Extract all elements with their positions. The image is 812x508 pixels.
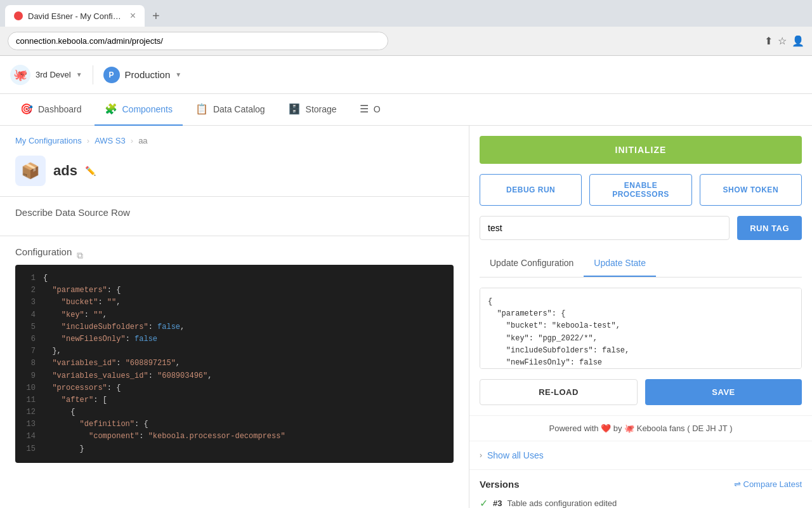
code-line-14: 14 "component": "keboola.processor-decom… — [23, 431, 446, 443]
configuration-title: Configuration — [15, 246, 72, 257]
chevron-right-icon: › — [480, 451, 482, 460]
powered-by-text: Powered with ❤️ by 🐙 Keboola fans — [549, 424, 685, 433]
tab-update-state[interactable]: Update State — [584, 250, 656, 277]
nav-divider — [93, 65, 93, 84]
org-selector[interactable]: 🐙 3rd Devel ▼ — [10, 65, 82, 85]
new-tab-button[interactable]: + — [147, 6, 165, 26]
show-token-button[interactable]: SHOW TOKEN — [700, 174, 802, 206]
tab-bar: David Ešner - My Configuratio... × + — [0, 0, 812, 27]
breadcrumb-my-configurations[interactable]: My Configurations — [15, 136, 82, 145]
version-number: #3 — [493, 498, 502, 508]
initialize-button[interactable]: INITIALIZE — [480, 136, 802, 164]
code-line-10: 10 "processors": { — [23, 382, 446, 394]
panel-tabs: Update Configuration Update State — [480, 250, 802, 277]
code-line-7: 7 }, — [23, 345, 446, 358]
code-line-6: 6 "newFilesOnly": false — [23, 333, 446, 345]
powered-by: Powered with ❤️ by 🐙 Keboola fans ( DE J… — [469, 415, 812, 441]
nav-storage[interactable]: 🗄️ Storage — [278, 94, 347, 126]
profile-button[interactable]: 👤 — [792, 35, 804, 47]
code-line-1: 1 { — [23, 272, 446, 284]
versions-title: Versions — [480, 479, 520, 490]
dashboard-icon: 🎯 — [20, 103, 33, 115]
storage-icon: 🗄️ — [288, 103, 301, 115]
app: 🐙 3rd Devel ▼ P Production ▼ 🎯 Dashboard… — [0, 56, 812, 508]
json-editor[interactable]: { "parameters": { "bucket": "keboola-tes… — [480, 288, 802, 369]
config-icon: 📦 — [15, 156, 46, 186]
show-all-uses-label: Show all Uses — [487, 450, 544, 460]
browser-chrome: David Ešner - My Configuratio... × + ⬆ ☆… — [0, 0, 812, 56]
nav-data-catalog-label: Data Catalog — [213, 104, 265, 114]
configuration-section: Configuration ⧉ 1 { 2 "parameters": { 3 — [0, 236, 469, 473]
code-line-4: 4 "key": "", — [23, 309, 446, 321]
breadcrumb-sep-2: › — [131, 136, 133, 145]
action-buttons: DEBUG RUN ENABLE PROCESSORS SHOW TOKEN — [469, 174, 812, 216]
run-tag-button[interactable]: RUN TAG — [737, 216, 802, 240]
compare-latest-label: Compare Latest — [743, 479, 802, 489]
compare-icon: ⇌ — [734, 479, 741, 489]
versions-header: Versions ⇌ Compare Latest — [480, 479, 802, 490]
compare-latest-button[interactable]: ⇌ Compare Latest — [734, 479, 802, 489]
copy-config-icon[interactable]: ⧉ — [77, 250, 83, 261]
secondary-nav: 🎯 Dashboard 🧩 Components 📋 Data Catalog … — [0, 94, 812, 126]
browser-actions: ⬆ ☆ 👤 — [764, 35, 804, 47]
config-title: ads — [53, 163, 77, 179]
nav-data-catalog[interactable]: 📋 Data Catalog — [185, 94, 275, 126]
edit-title-icon[interactable]: ✏️ — [85, 166, 96, 176]
config-header: 📦 ads ✏️ — [0, 150, 469, 196]
code-line-15: 15 } — [23, 443, 446, 455]
project-badge: P — [103, 67, 120, 83]
catalog-icon: 📋 — [195, 103, 208, 115]
debug-run-button[interactable]: DEBUG RUN — [480, 174, 582, 206]
nav-storage-label: Storage — [306, 104, 337, 114]
code-line-5: 5 "includeSubfolders": false, — [23, 321, 446, 333]
address-input[interactable] — [8, 32, 388, 50]
nav-components-label: Components — [122, 104, 173, 114]
describe-section: Describe Data Source Row — [0, 196, 469, 236]
enable-processors-button[interactable]: ENABLE PROCESSORS — [589, 174, 691, 206]
tab-favicon — [14, 11, 23, 20]
nav-dashboard[interactable]: 🎯 Dashboard — [10, 94, 92, 126]
code-line-2: 2 "parameters": { — [23, 284, 446, 297]
top-nav: 🐙 3rd Devel ▼ P Production ▼ — [0, 56, 812, 94]
breadcrumb-current: aa — [138, 136, 147, 145]
code-editor[interactable]: 1 { 2 "parameters": { 3 "bucket": "", 4 — [15, 265, 454, 463]
org-dropdown-icon: ▼ — [76, 71, 82, 78]
right-panel: INITIALIZE DEBUG RUN ENABLE PROCESSORS S… — [469, 126, 812, 508]
code-line-8: 8 "variables_id": "608897215", — [23, 358, 446, 370]
nav-more-label: O — [374, 104, 381, 114]
show-all-uses[interactable]: › Show all Uses — [469, 441, 812, 470]
tag-input[interactable] — [480, 216, 730, 240]
tag-run-row: RUN TAG — [469, 216, 812, 250]
version-description: Table ads configuration edited — [507, 498, 617, 508]
tab-close-button[interactable]: × — [130, 10, 136, 22]
octopus-logo-icon: 🐙 — [10, 65, 30, 85]
section-with-copy: Configuration ⧉ — [15, 246, 454, 265]
describe-title: Describe Data Source Row — [15, 207, 454, 218]
nav-dashboard-label: Dashboard — [38, 104, 82, 114]
code-line-13: 13 "definition": { — [23, 418, 446, 431]
breadcrumb-sep-1: › — [87, 136, 89, 145]
code-line-9: 9 "variables_values_id": "608903496", — [23, 370, 446, 382]
nav-components[interactable]: 🧩 Components — [95, 94, 183, 126]
project-selector[interactable]: P Production ▼ — [103, 67, 182, 83]
versions-section: Versions ⇌ Compare Latest ✓ #3 Table ads… — [469, 470, 812, 508]
share-button[interactable]: ⬆ — [764, 35, 773, 47]
address-bar: ⬆ ☆ 👤 — [0, 27, 812, 55]
save-button[interactable]: SAVE — [645, 379, 802, 405]
nav-more[interactable]: ☰ O — [350, 94, 391, 126]
reload-button[interactable]: RE-LOAD — [480, 379, 638, 405]
project-dropdown-icon: ▼ — [175, 71, 181, 78]
left-panel: My Configurations › AWS S3 › aa 📦 ads ✏️… — [0, 126, 469, 508]
code-line-11: 11 "after": [ — [23, 394, 446, 406]
components-icon: 🧩 — [105, 103, 117, 115]
org-name: 3rd Devel — [36, 70, 71, 79]
fans-codes: ( DE JH JT ) — [687, 424, 732, 433]
breadcrumb: My Configurations › AWS S3 › aa — [0, 126, 469, 150]
bookmark-button[interactable]: ☆ — [778, 35, 787, 47]
active-tab[interactable]: David Ešner - My Configuratio... × — [5, 5, 145, 27]
tab-update-configuration[interactable]: Update Configuration — [480, 250, 584, 277]
content-area: My Configurations › AWS S3 › aa 📦 ads ✏️… — [0, 126, 812, 508]
version-item: ✓ #3 Table ads configuration edited — [480, 497, 802, 508]
bottom-buttons: RE-LOAD SAVE — [469, 379, 812, 415]
breadcrumb-aws-s3[interactable]: AWS S3 — [95, 136, 126, 145]
